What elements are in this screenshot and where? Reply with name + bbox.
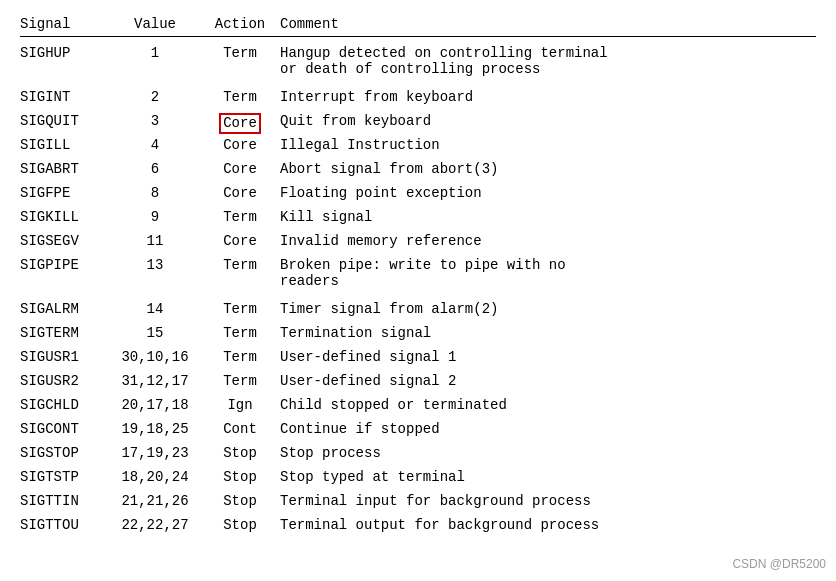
signal-action: Term bbox=[200, 89, 280, 105]
signal-value: 31,12,17 bbox=[110, 373, 200, 389]
table-row: SIGSEGV11CoreInvalid memory reference bbox=[20, 233, 816, 255]
signal-name: SIGQUIT bbox=[20, 113, 110, 129]
signal-value: 21,21,26 bbox=[110, 493, 200, 509]
signal-comment: Terminal output for background process bbox=[280, 517, 816, 533]
table-row: SIGTTIN21,21,26StopTerminal input for ba… bbox=[20, 493, 816, 515]
table-row: SIGTSTP18,20,24StopStop typed at termina… bbox=[20, 469, 816, 491]
signal-value: 20,17,18 bbox=[110, 397, 200, 413]
signals-table: Signal Value Action Comment SIGHUP1TermH… bbox=[20, 16, 816, 539]
table-row: SIGUSR231,12,17TermUser-defined signal 2 bbox=[20, 373, 816, 395]
table-row: SIGCHLD20,17,18IgnChild stopped or termi… bbox=[20, 397, 816, 419]
table-row: SIGTERM15TermTermination signal bbox=[20, 325, 816, 347]
signal-name: SIGCHLD bbox=[20, 397, 110, 413]
signal-action: Stop bbox=[200, 517, 280, 533]
empty-row bbox=[20, 291, 816, 301]
table-row: SIGABRT6CoreAbort signal from abort(3) bbox=[20, 161, 816, 183]
table-row: SIGTTOU22,22,27StopTerminal output for b… bbox=[20, 517, 816, 539]
signal-action: Term bbox=[200, 349, 280, 365]
signal-comment: User-defined signal 2 bbox=[280, 373, 816, 389]
signal-name: SIGHUP bbox=[20, 45, 110, 61]
signal-name: SIGTTIN bbox=[20, 493, 110, 509]
signal-action: Term bbox=[200, 373, 280, 389]
signal-name: SIGTERM bbox=[20, 325, 110, 341]
signal-value: 18,20,24 bbox=[110, 469, 200, 485]
signal-name: SIGILL bbox=[20, 137, 110, 153]
signal-comment: User-defined signal 1 bbox=[280, 349, 816, 365]
signal-name: SIGFPE bbox=[20, 185, 110, 201]
table-row: SIGFPE8CoreFloating point exception bbox=[20, 185, 816, 207]
signal-value: 13 bbox=[110, 257, 200, 273]
signal-action: Term bbox=[200, 257, 280, 273]
table-row: SIGSTOP17,19,23StopStop process bbox=[20, 445, 816, 467]
signal-action: Term bbox=[200, 45, 280, 61]
table-row: SIGKILL9TermKill signal bbox=[20, 209, 816, 231]
signal-action: Core bbox=[200, 185, 280, 201]
watermark: CSDN @DR5200 bbox=[732, 557, 826, 571]
signal-comment: Timer signal from alarm(2) bbox=[280, 301, 816, 317]
signal-value: 19,18,25 bbox=[110, 421, 200, 437]
signal-comment: Stop typed at terminal bbox=[280, 469, 816, 485]
signal-name: SIGPIPE bbox=[20, 257, 110, 273]
signal-action: Stop bbox=[200, 445, 280, 461]
signal-value: 11 bbox=[110, 233, 200, 249]
signal-comment: Child stopped or terminated bbox=[280, 397, 816, 413]
signal-value: 22,22,27 bbox=[110, 517, 200, 533]
signal-value: 2 bbox=[110, 89, 200, 105]
signal-name: SIGKILL bbox=[20, 209, 110, 225]
signal-comment: Broken pipe: write to pipe with no reade… bbox=[280, 257, 816, 289]
signal-name: SIGINT bbox=[20, 89, 110, 105]
signal-value: 30,10,16 bbox=[110, 349, 200, 365]
signal-comment: Abort signal from abort(3) bbox=[280, 161, 816, 177]
signal-action: Core bbox=[200, 161, 280, 177]
signal-comment: Invalid memory reference bbox=[280, 233, 816, 249]
table-row: SIGALRM14TermTimer signal from alarm(2) bbox=[20, 301, 816, 323]
signal-name: SIGCONT bbox=[20, 421, 110, 437]
signal-action: Cont bbox=[200, 421, 280, 437]
signal-action: Core bbox=[200, 233, 280, 249]
table-row: SIGHUP1TermHangup detected on controllin… bbox=[20, 45, 816, 77]
signal-comment: Continue if stopped bbox=[280, 421, 816, 437]
signal-comment: Illegal Instruction bbox=[280, 137, 816, 153]
signal-value: 8 bbox=[110, 185, 200, 201]
header-divider bbox=[20, 36, 816, 37]
signal-name: SIGTTOU bbox=[20, 517, 110, 533]
header-signal: Signal bbox=[20, 16, 110, 32]
signal-name: SIGUSR2 bbox=[20, 373, 110, 389]
signal-value: 4 bbox=[110, 137, 200, 153]
signal-value: 1 bbox=[110, 45, 200, 61]
signal-value: 9 bbox=[110, 209, 200, 225]
signal-name: SIGTSTP bbox=[20, 469, 110, 485]
signal-comment: Terminal input for background process bbox=[280, 493, 816, 509]
table-row: SIGQUIT3CoreQuit from keyboard bbox=[20, 113, 816, 135]
signal-comment: Hangup detected on controlling terminal … bbox=[280, 45, 816, 77]
table-row: SIGPIPE13TermBroken pipe: write to pipe … bbox=[20, 257, 816, 289]
table-row: SIGILL4CoreIllegal Instruction bbox=[20, 137, 816, 159]
signal-comment: Floating point exception bbox=[280, 185, 816, 201]
header-comment: Comment bbox=[280, 16, 816, 32]
signal-name: SIGABRT bbox=[20, 161, 110, 177]
signal-value: 17,19,23 bbox=[110, 445, 200, 461]
signal-name: SIGUSR1 bbox=[20, 349, 110, 365]
signal-comment: Quit from keyboard bbox=[280, 113, 816, 129]
table-body: SIGHUP1TermHangup detected on controllin… bbox=[20, 45, 816, 539]
signal-action: Term bbox=[200, 301, 280, 317]
table-row: SIGCONT19,18,25ContContinue if stopped bbox=[20, 421, 816, 443]
signal-value: 15 bbox=[110, 325, 200, 341]
empty-row bbox=[20, 79, 816, 89]
signal-action: Stop bbox=[200, 493, 280, 509]
signal-action: Term bbox=[200, 325, 280, 341]
signal-action: Stop bbox=[200, 469, 280, 485]
signal-name: SIGSEGV bbox=[20, 233, 110, 249]
signal-comment: Stop process bbox=[280, 445, 816, 461]
header-value: Value bbox=[110, 16, 200, 32]
signal-value: 14 bbox=[110, 301, 200, 317]
signal-value: 3 bbox=[110, 113, 200, 129]
signal-action: Term bbox=[200, 209, 280, 225]
signal-comment: Termination signal bbox=[280, 325, 816, 341]
table-row: SIGINT2TermInterrupt from keyboard bbox=[20, 89, 816, 111]
signal-value: 6 bbox=[110, 161, 200, 177]
signal-comment: Interrupt from keyboard bbox=[280, 89, 816, 105]
header-action: Action bbox=[200, 16, 280, 32]
signal-action: Core bbox=[200, 113, 280, 134]
table-row: SIGUSR130,10,16TermUser-defined signal 1 bbox=[20, 349, 816, 371]
